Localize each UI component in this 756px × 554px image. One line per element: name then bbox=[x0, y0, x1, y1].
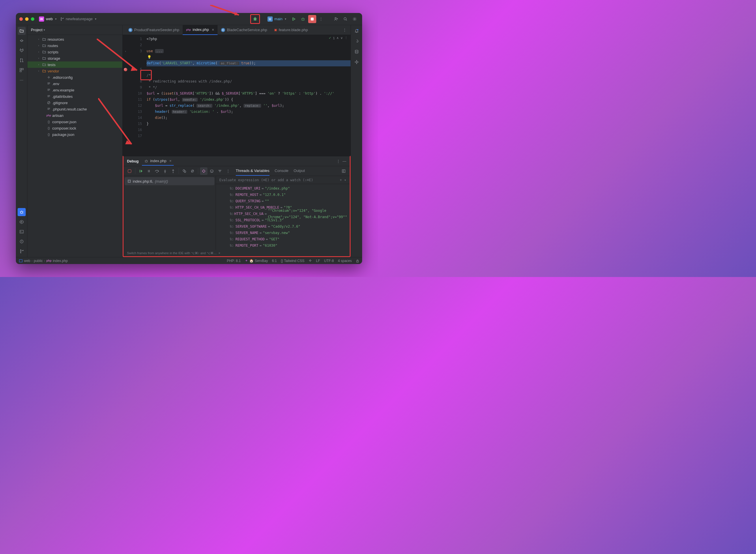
tree-item[interactable]: .editorconfig bbox=[28, 74, 122, 80]
laravel-tool-button[interactable] bbox=[353, 58, 361, 66]
smiley-button[interactable] bbox=[208, 167, 216, 175]
variable-row[interactable]: §□REMOTE_PORT = "61030" bbox=[230, 242, 350, 249]
mute-breakpoints-button[interactable] bbox=[189, 167, 196, 175]
debug-button[interactable] bbox=[299, 15, 307, 23]
close-icon[interactable]: × bbox=[169, 159, 172, 163]
step-out-button[interactable] bbox=[169, 167, 177, 175]
tree-item[interactable]: .env bbox=[28, 80, 122, 87]
editor-tab[interactable]: CProductFeatureSeeder.php bbox=[125, 25, 183, 35]
variable-row[interactable]: §□SERVER_SOFTWARE = "Caddy/v2.7.6" bbox=[230, 223, 350, 230]
run-button[interactable] bbox=[290, 15, 298, 23]
tree-item[interactable]: ›resources bbox=[28, 36, 122, 42]
prettier-status[interactable] bbox=[309, 259, 312, 263]
indent-status[interactable]: 4 spaces bbox=[338, 259, 352, 263]
ai-assistant-button[interactable] bbox=[353, 37, 361, 45]
tree-item[interactable]: {}package.json bbox=[28, 131, 122, 137]
project-menu[interactable]: W web ▾ bbox=[39, 16, 57, 22]
editor-viewport[interactable]: › 1236891011121314151617 <?php use ...💡d… bbox=[123, 35, 350, 156]
variable-row[interactable]: §□REMOTE_HOST = "127.0.0.1" bbox=[230, 191, 350, 198]
project-tool-button[interactable] bbox=[17, 27, 26, 35]
search-everywhere-button[interactable] bbox=[341, 15, 349, 23]
vcs-branch-button[interactable]: newfeaturepage ▾ bbox=[60, 17, 96, 21]
line-separator-status[interactable]: LF bbox=[316, 259, 320, 263]
encoding-status[interactable]: UTF-8 bbox=[324, 259, 334, 263]
debug-options-button[interactable]: ⋮ bbox=[336, 159, 340, 163]
notifications-button[interactable] bbox=[353, 27, 361, 35]
close-hint-button[interactable]: × bbox=[218, 251, 220, 255]
editor-tab[interactable]: phpindex.php× bbox=[183, 25, 218, 35]
editor-inspection-widget[interactable]: ✓ 1 ∧ ∨ ⋮ bbox=[329, 36, 348, 40]
stop-session-button[interactable] bbox=[126, 167, 133, 175]
editor-tab[interactable]: ▣feature.blade.php bbox=[271, 25, 311, 35]
close-window-button[interactable] bbox=[19, 17, 23, 21]
terminal-tool-button[interactable] bbox=[17, 228, 26, 236]
cursor-position-status[interactable]: 6:1 bbox=[272, 259, 277, 263]
minimize-window-button[interactable] bbox=[25, 17, 29, 21]
tree-item[interactable]: {}composer.lock bbox=[28, 125, 122, 131]
variable-row[interactable]: §□DOCUMENT_URI = "/index.php" bbox=[230, 185, 350, 191]
evaluate-expression-button[interactable] bbox=[200, 167, 208, 175]
code-with-me-button[interactable] bbox=[332, 15, 340, 23]
next-highlight-button[interactable]: ∨ bbox=[340, 36, 343, 40]
breadcrumb-item[interactable]: web bbox=[24, 259, 30, 263]
more-inspection-button[interactable]: ⋮ bbox=[344, 36, 348, 40]
breakpoint-gutter[interactable]: › bbox=[123, 35, 128, 156]
project-panel-header[interactable]: Project ▾ bbox=[28, 25, 122, 35]
tree-item[interactable]: ›scripts bbox=[28, 49, 122, 55]
layout-button[interactable] bbox=[340, 167, 347, 175]
debug-view-tab[interactable]: Output bbox=[294, 166, 305, 176]
tree-item[interactable]: phpartisan bbox=[28, 112, 122, 119]
tree-item[interactable]: .gitignore bbox=[28, 100, 122, 106]
structure-tool-button[interactable] bbox=[17, 66, 26, 74]
editor-tab[interactable]: CBladeCacheService.php bbox=[218, 25, 270, 35]
more-actions-button[interactable]: ⋮ bbox=[317, 17, 325, 21]
tree-item[interactable]: ›routes bbox=[28, 42, 122, 49]
tree-item[interactable]: .env.example bbox=[28, 87, 122, 93]
commit-tool-button[interactable] bbox=[17, 37, 26, 45]
debug-view-tab[interactable]: Console bbox=[275, 166, 288, 176]
tabs-more-button[interactable]: ⋮ bbox=[341, 28, 348, 32]
debug-session-tab[interactable]: index.php × bbox=[142, 157, 174, 166]
eval-chevron-button[interactable]: ▾ bbox=[344, 178, 346, 182]
more-debug-button[interactable]: ⋮ bbox=[224, 167, 232, 175]
frames-panel[interactable]: index.php:6, {main}() bbox=[123, 176, 216, 250]
variable-row[interactable]: §□QUERY_STRING = "" bbox=[230, 198, 350, 204]
view-breakpoints-button[interactable] bbox=[181, 167, 188, 175]
breakpoint-indicator[interactable] bbox=[124, 68, 127, 71]
prev-highlight-button[interactable]: ∧ bbox=[336, 36, 339, 40]
fold-icon[interactable]: › bbox=[125, 50, 126, 53]
variable-row[interactable]: §□HTTP_SEC_CH_UA = ""Chromium";v="124", … bbox=[230, 211, 350, 217]
pause-button[interactable] bbox=[145, 167, 153, 175]
more-tools-button[interactable]: ⋯ bbox=[17, 76, 26, 84]
breadcrumb-item[interactable]: public bbox=[34, 259, 43, 263]
debug-view-tab[interactable]: Threads & Variables bbox=[236, 166, 270, 176]
tree-item[interactable]: {}composer.json bbox=[28, 119, 122, 125]
services-tool-button[interactable] bbox=[17, 218, 26, 226]
evaluate-input[interactable]: Evaluate expression (⌘E) or add a watch … bbox=[216, 176, 350, 184]
variable-row[interactable]: §□SERVER_NAME = "servbay.new" bbox=[230, 230, 350, 236]
close-icon[interactable]: × bbox=[212, 27, 214, 32]
run-configuration-selector[interactable]: U main ▾ bbox=[265, 16, 288, 22]
tree-item[interactable]: .gitattributes bbox=[28, 93, 122, 100]
variable-row[interactable]: §□REQUEST_METHOD = "GET" bbox=[230, 236, 350, 242]
add-watch-button[interactable]: + bbox=[340, 178, 342, 182]
step-into-button[interactable] bbox=[161, 167, 169, 175]
gitlab-tool-button[interactable] bbox=[17, 47, 26, 55]
settings-button[interactable] bbox=[350, 15, 359, 23]
vcs-tool-button[interactable] bbox=[17, 247, 26, 255]
stack-frame[interactable]: index.php:6, {main}() bbox=[125, 177, 214, 185]
variables-list[interactable]: §□DOCUMENT_URI = "/index.php"§□REMOTE_HO… bbox=[216, 184, 350, 250]
breadcrumb-item[interactable]: index.php bbox=[53, 259, 68, 263]
debug-tool-button[interactable] bbox=[17, 208, 26, 216]
servbay-status[interactable]: 🏠ServBay bbox=[245, 259, 268, 263]
problems-tool-button[interactable] bbox=[17, 237, 26, 245]
debug-minimize-button[interactable]: — bbox=[342, 159, 346, 163]
tree-item[interactable]: ›storage bbox=[28, 55, 122, 61]
tailwind-status[interactable]: {} Tailwind CSS bbox=[281, 259, 305, 263]
lightbulb-icon[interactable]: 💡 bbox=[147, 55, 152, 59]
start-listening-debug-button[interactable] bbox=[250, 14, 260, 24]
filter-button[interactable] bbox=[216, 167, 224, 175]
tree-item[interactable]: .phpunit.result.cache bbox=[28, 106, 122, 112]
step-over-button[interactable] bbox=[153, 167, 161, 175]
resume-button[interactable] bbox=[137, 167, 145, 175]
